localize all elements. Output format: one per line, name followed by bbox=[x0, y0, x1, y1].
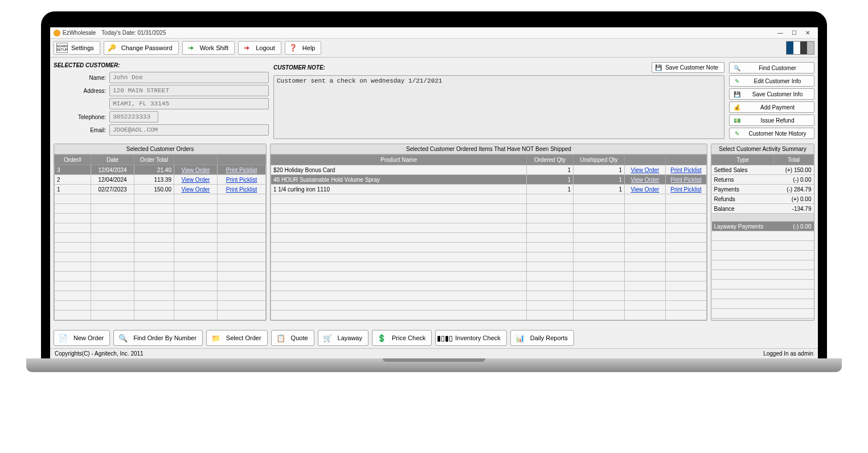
unshipped-title: Selected Customer Ordered Items That Hav… bbox=[271, 144, 707, 154]
name-field[interactable] bbox=[109, 72, 269, 83]
new-order-icon: 📄 bbox=[58, 333, 69, 343]
maximize-button[interactable]: ☐ bbox=[787, 28, 801, 38]
issue-refund-button[interactable]: 💵 Issue Refund bbox=[729, 115, 814, 126]
add-payment-button[interactable]: 💰 Add Payment bbox=[729, 101, 814, 113]
find-customer-button[interactable]: 🔍 Find Customer bbox=[729, 62, 814, 74]
quote-button[interactable]: 📋 Quote bbox=[271, 330, 314, 346]
print-picklist-link[interactable]: Print Picklist bbox=[226, 177, 257, 183]
view-order-link[interactable]: View Order bbox=[182, 177, 210, 183]
table-row[interactable] bbox=[55, 301, 266, 311]
table-row[interactable] bbox=[55, 243, 266, 252]
table-row[interactable] bbox=[55, 281, 266, 291]
table-row[interactable] bbox=[271, 252, 707, 262]
address1-field[interactable] bbox=[109, 85, 269, 96]
table-row[interactable]: 102/27/2023150.00View OrderPrint Picklis… bbox=[55, 185, 266, 194]
selected-customer-label: SELECTED CUSTOMER: bbox=[54, 62, 269, 68]
summary-table: Type Total Settled Sales(+) 150.00Return… bbox=[711, 154, 814, 319]
orders-col-orderno: Order# bbox=[55, 155, 91, 165]
save-customer-note-button[interactable]: 💾 Save Customer Note bbox=[652, 62, 724, 73]
find-order-icon: 🔍 bbox=[117, 333, 129, 343]
settings-button[interactable]: ADMINSETUP Settings bbox=[54, 41, 100, 55]
print-picklist-link[interactable]: Print Picklist bbox=[226, 167, 257, 173]
find-order-button[interactable]: 🔍 Find Order By Number bbox=[113, 330, 203, 346]
save-note-label: Save Customer Note bbox=[665, 64, 718, 71]
change-password-button[interactable]: 🔑 Change Password bbox=[104, 41, 179, 55]
table-row[interactable] bbox=[271, 311, 707, 320]
table-row[interactable]: 312/04/202421.40View OrderPrint Picklist bbox=[55, 165, 266, 175]
table-row[interactable] bbox=[55, 233, 266, 243]
daily-reports-label: Daily Reports bbox=[530, 334, 568, 341]
table-row[interactable] bbox=[55, 204, 266, 214]
layaway-icon: 🛒 bbox=[322, 333, 333, 343]
email-label: Email: bbox=[60, 127, 106, 133]
table-row[interactable] bbox=[55, 291, 266, 301]
work-shift-label: Work Shift bbox=[200, 44, 229, 51]
table-row[interactable]: $20 Holiday Bonus Card11View OrderPrint … bbox=[271, 165, 707, 175]
chart-icon: 📊 bbox=[514, 333, 526, 343]
table-row[interactable] bbox=[271, 194, 707, 204]
table-row[interactable] bbox=[55, 272, 266, 281]
table-row[interactable] bbox=[55, 252, 266, 262]
table-row[interactable] bbox=[271, 223, 707, 233]
table-row[interactable]: 212/04/2024113.39View OrderPrint Picklis… bbox=[55, 175, 266, 185]
edit-customer-button[interactable]: ✎ Edit Customer Info bbox=[729, 75, 814, 87]
daily-reports-button[interactable]: 📊 Daily Reports bbox=[510, 330, 574, 346]
summary-title: Select Customer Activity Summary bbox=[711, 144, 814, 154]
table-row[interactable] bbox=[55, 214, 266, 223]
layaway-button[interactable]: 🛒 Layaway bbox=[318, 330, 369, 346]
view-order-link[interactable]: View Order bbox=[631, 167, 660, 173]
history-icon: ✎ bbox=[733, 129, 741, 137]
table-row[interactable] bbox=[271, 214, 707, 223]
table-row[interactable]: 1 1/4 curling iron 111011View OrderPrint… bbox=[271, 185, 707, 194]
view-order-link[interactable]: View Order bbox=[182, 186, 210, 193]
customer-note-textarea[interactable]: Customer sent a check on wednesday 1/21/… bbox=[273, 75, 724, 139]
new-order-button[interactable]: 📄 New Order bbox=[54, 330, 110, 346]
pencil-green-icon: ✎ bbox=[733, 77, 741, 85]
print-picklist-link[interactable]: Print Picklist bbox=[670, 167, 701, 173]
view-order-link[interactable]: View Order bbox=[182, 167, 210, 173]
select-order-button[interactable]: 📁 Select Order bbox=[206, 330, 268, 346]
table-row[interactable] bbox=[271, 262, 707, 272]
table-row[interactable] bbox=[271, 291, 707, 301]
table-row[interactable] bbox=[271, 243, 707, 252]
work-shift-button[interactable]: ➔ Work Shift bbox=[182, 41, 235, 55]
inventory-check-label: Inventory Check bbox=[455, 334, 500, 341]
note-history-label: Customer Note History bbox=[744, 130, 810, 137]
table-row[interactable] bbox=[55, 223, 266, 233]
view-order-link[interactable]: View Order bbox=[631, 177, 660, 183]
refund-icon: 💵 bbox=[733, 116, 741, 124]
price-check-button[interactable]: 💲 Price Check bbox=[372, 330, 432, 346]
theme-swatches[interactable] bbox=[786, 41, 814, 55]
help-button[interactable]: ❓ Help bbox=[285, 41, 322, 55]
table-row[interactable] bbox=[271, 272, 707, 281]
inventory-check-button[interactable]: ▮▯▮▯ Inventory Check bbox=[435, 330, 506, 346]
note-history-button[interactable]: ✎ Customer Note History bbox=[729, 128, 814, 139]
table-row[interactable] bbox=[55, 194, 266, 204]
print-picklist-link[interactable]: Print Picklist bbox=[670, 186, 701, 193]
save-icon: 💾 bbox=[655, 64, 662, 71]
table-row[interactable]: 48 HOUR Sustainable Hold Volume Spray11V… bbox=[271, 175, 707, 185]
orders-col-total: Order Total bbox=[134, 155, 174, 165]
settings-label: Settings bbox=[71, 44, 94, 51]
close-button[interactable]: ✕ bbox=[801, 28, 814, 38]
price-check-label: Price Check bbox=[392, 334, 425, 341]
minimize-button[interactable]: — bbox=[773, 28, 787, 38]
table-row[interactable] bbox=[271, 281, 707, 291]
summary-row: Refunds(+) 0.00 bbox=[712, 194, 814, 204]
save-customer-button[interactable]: 💾 Save Customer Info bbox=[729, 88, 814, 100]
orders-col-date: Date bbox=[91, 155, 134, 165]
logout-button[interactable]: ➔ Logout bbox=[238, 41, 281, 55]
print-picklist-link[interactable]: Print Picklist bbox=[226, 186, 257, 193]
view-order-link[interactable]: View Order bbox=[631, 186, 660, 193]
address2-field[interactable] bbox=[109, 98, 269, 109]
table-row[interactable] bbox=[55, 311, 266, 320]
logout-label: Logout bbox=[256, 44, 275, 51]
print-picklist-link[interactable]: Print Picklist bbox=[670, 177, 701, 183]
table-row[interactable] bbox=[271, 301, 707, 311]
email-field[interactable] bbox=[109, 124, 269, 136]
table-row[interactable] bbox=[55, 262, 266, 272]
table-row[interactable] bbox=[271, 233, 707, 243]
telephone-field[interactable] bbox=[109, 111, 158, 123]
table-row[interactable] bbox=[271, 204, 707, 214]
issue-refund-label: Issue Refund bbox=[744, 117, 810, 124]
